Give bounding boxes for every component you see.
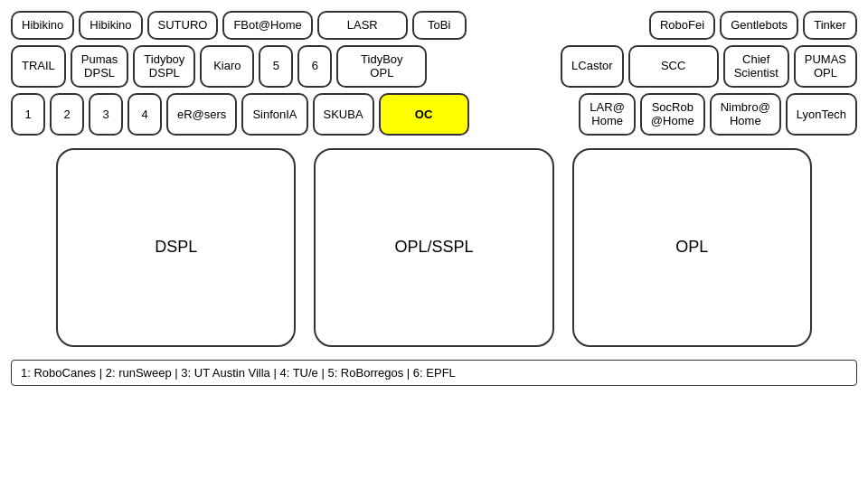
btn-lar-home[interactable]: LAR@ Home bbox=[579, 93, 636, 136]
btn-skuba[interactable]: SKUBA bbox=[313, 93, 374, 136]
btn-scc[interactable]: SCC bbox=[628, 45, 719, 88]
footer: 1: RoboCanes | 2: runSweep | 3: UT Austi… bbox=[11, 360, 857, 386]
btn-num6[interactable]: 6 bbox=[297, 45, 332, 88]
btn-nimbro-home[interactable]: Nimbro@ Home bbox=[710, 93, 781, 136]
league-opl-sspl-label: OPL/SSPL bbox=[394, 238, 473, 257]
btn-tidyboy-opl[interactable]: TidyBoy OPL bbox=[336, 45, 427, 88]
btn-hibikino1[interactable]: Hibikino bbox=[11, 11, 74, 40]
league-boxes: DSPL OPL/SSPL OPL bbox=[11, 148, 857, 347]
btn-trail[interactable]: TRAIL bbox=[11, 45, 66, 88]
btn-lcastor[interactable]: LCastor bbox=[561, 45, 624, 88]
footer-text: 1: RoboCanes | 2: runSweep | 3: UT Austi… bbox=[21, 366, 456, 380]
btn-lyontech[interactable]: LyonTech bbox=[786, 93, 857, 136]
btn-oc[interactable]: OC bbox=[379, 93, 469, 136]
league-box-opl-sspl[interactable]: OPL/SSPL bbox=[314, 148, 553, 347]
btn-kiaro[interactable]: Kiaro bbox=[200, 45, 254, 88]
main-container: Hibikino Hibikino SUTURO FBot@Home LASR … bbox=[0, 0, 868, 395]
btn-pumas-opl[interactable]: PUMAS OPL bbox=[794, 45, 857, 88]
button-row-3: 1 2 3 4 eR@sers SinfonIA SKUBA OC LAR@ H… bbox=[11, 93, 857, 136]
btn-erasers[interactable]: eR@sers bbox=[166, 93, 237, 136]
btn-num1[interactable]: 1 bbox=[11, 93, 45, 136]
btn-gentlebots[interactable]: Gentlebots bbox=[720, 11, 798, 40]
btn-sinfonia[interactable]: SinfonIA bbox=[241, 93, 307, 136]
btn-num4[interactable]: 4 bbox=[127, 93, 162, 136]
btn-lasr[interactable]: LASR bbox=[317, 11, 408, 40]
btn-socrob-home[interactable]: SocRob @Home bbox=[640, 93, 705, 136]
btn-num5[interactable]: 5 bbox=[259, 45, 293, 88]
league-dspl-label: DSPL bbox=[155, 238, 197, 257]
league-box-dspl[interactable]: DSPL bbox=[56, 148, 296, 347]
btn-tinker[interactable]: Tinker bbox=[803, 11, 857, 40]
btn-tidyboy-dspl[interactable]: Tidyboy DSPL bbox=[133, 45, 195, 88]
btn-suturo[interactable]: SUTURO bbox=[147, 11, 219, 40]
btn-chief-scientist[interactable]: Chief Scientist bbox=[723, 45, 789, 88]
btn-robofei[interactable]: RoboFei bbox=[649, 11, 715, 40]
btn-hibikino2[interactable]: Hibikino bbox=[79, 11, 142, 40]
button-row-1: Hibikino Hibikino SUTURO FBot@Home LASR … bbox=[11, 11, 857, 40]
btn-tobi[interactable]: ToBi bbox=[412, 11, 467, 40]
button-row-2: TRAIL Pumas DPSL Tidyboy DSPL Kiaro 5 6 … bbox=[11, 45, 857, 88]
btn-pumas-dpsl[interactable]: Pumas DPSL bbox=[71, 45, 128, 88]
btn-fbot[interactable]: FBot@Home bbox=[222, 11, 312, 40]
btn-num3[interactable]: 3 bbox=[89, 93, 123, 136]
league-box-opl[interactable]: OPL bbox=[572, 148, 812, 347]
league-opl-label: OPL bbox=[675, 238, 708, 257]
btn-num2[interactable]: 2 bbox=[50, 93, 84, 136]
